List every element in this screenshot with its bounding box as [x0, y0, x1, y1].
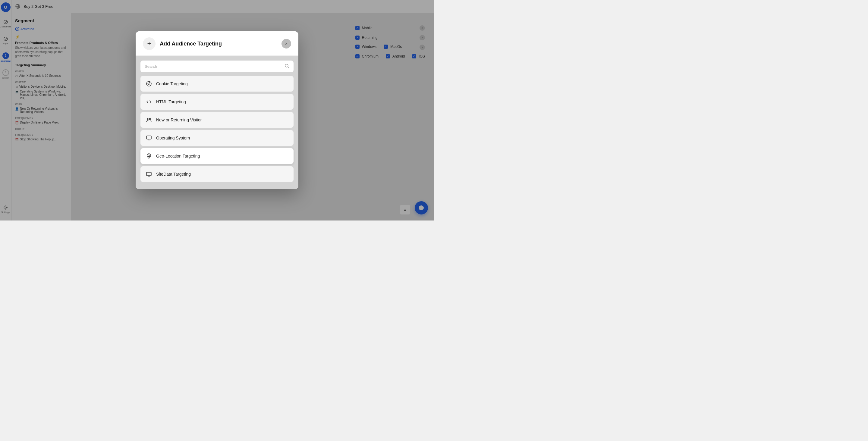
cookie-targeting-label: Cookie Targeting: [156, 81, 188, 86]
search-placeholder-text: Search: [145, 64, 157, 69]
modal-plus-icon: +: [143, 37, 156, 50]
display-icon: [145, 170, 153, 178]
svg-point-11: [150, 118, 151, 120]
operating-system-label: Operating System: [156, 135, 190, 140]
users-icon: [145, 116, 153, 124]
location-icon: [145, 152, 153, 160]
html-targeting-item[interactable]: HTML Targeting: [141, 94, 293, 109]
new-returning-visitor-label: New or Returning Visitor: [156, 118, 202, 122]
svg-point-8: [149, 83, 150, 83]
sitedata-targeting-item[interactable]: SiteData Targeting: [141, 166, 293, 182]
search-icon: [284, 64, 289, 69]
modal-title: Add Audience Targeting: [160, 41, 277, 47]
search-bar: Search: [141, 61, 293, 72]
cookie-icon: [145, 80, 153, 87]
new-returning-visitor-item[interactable]: New or Returning Visitor: [141, 112, 293, 128]
modal-body: Search Cookie Targeting: [135, 56, 299, 189]
svg-point-7: [148, 83, 148, 84]
code-icon: [145, 98, 153, 105]
geo-location-targeting-item[interactable]: Geo-Location Targeting: [141, 148, 293, 164]
operating-system-item[interactable]: Operating System: [141, 130, 293, 146]
html-targeting-label: HTML Targeting: [156, 99, 186, 104]
monitor-icon: [145, 134, 153, 141]
modal-header: + Add Audience Targeting ×: [135, 31, 299, 56]
geo-location-label: Geo-Location Targeting: [156, 154, 200, 158]
svg-rect-12: [147, 136, 151, 139]
svg-point-6: [147, 81, 151, 86]
svg-rect-14: [147, 172, 151, 176]
add-audience-targeting-modal: + Add Audience Targeting × Search: [135, 31, 299, 189]
svg-point-10: [147, 118, 149, 120]
modal-close-button[interactable]: ×: [281, 39, 291, 49]
svg-point-13: [148, 155, 150, 157]
cookie-targeting-item[interactable]: Cookie Targeting: [141, 76, 293, 92]
sitedata-targeting-label: SiteData Targeting: [156, 172, 191, 177]
